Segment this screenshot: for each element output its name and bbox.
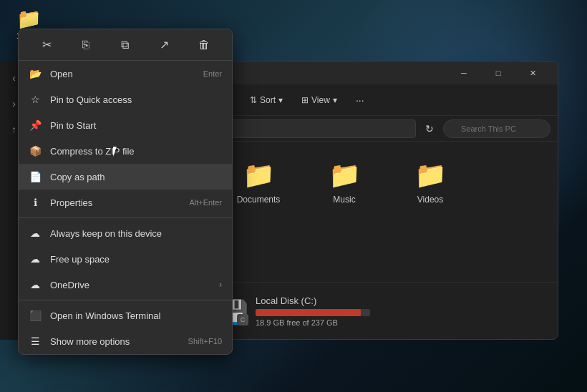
maximize-button[interactable]: □ <box>482 62 515 84</box>
desktop: 📁 12Days ‹ › ↑ Son ~ › ⭐ The ▾ ⭐ Son ~ 📁… <box>0 0 587 392</box>
window-controls: ─ □ ✕ <box>447 62 549 84</box>
explorer-window: ─ □ ✕ 🗑 ⇅ Sort ▾ ⊞ View ▾ ··· ↻ 🔍 <box>208 61 558 340</box>
ctx-cut-button[interactable]: ✂ <box>34 32 59 58</box>
ctx-more-options-icon: ☰ <box>29 335 42 348</box>
ctx-always-keep-item[interactable]: ☁ Always keep on this device <box>19 220 232 246</box>
explorer-main-content: 📁 Documents 📁 Music 📁 Videos <box>208 142 558 282</box>
ctx-onedrive-icon: ☁ <box>29 278 42 291</box>
refresh-button[interactable]: ↻ <box>420 119 439 138</box>
toolbar-sort-btn[interactable]: ⇅ Sort ▾ <box>243 89 290 111</box>
sort-label: Sort <box>260 95 276 105</box>
ctx-pin-quick-label: Pin to Quick access <box>50 94 132 105</box>
toolbar-more-btn[interactable]: ··· <box>349 89 372 111</box>
view-label: View <box>311 95 330 105</box>
folder-videos[interactable]: 📁 Videos <box>394 156 466 209</box>
drive-info: Local Disk (C:) 18.9 GB free of 237 GB <box>256 295 546 327</box>
explorer-body: 📁 Documents 📁 Music 📁 Videos <box>208 142 558 282</box>
ctx-free-space-label: Free up space <box>50 254 110 265</box>
drive-space: 18.9 GB free of 237 GB <box>256 318 546 327</box>
explorer-bottom: 💾 C Local Disk (C:) 18.9 GB free of 237 … <box>208 282 558 339</box>
folder-music-icon: 📁 <box>329 160 361 190</box>
address-input[interactable] <box>215 119 416 138</box>
ctx-copy-path-label: Copy as path <box>50 172 105 182</box>
drive-bar-fill <box>256 309 361 316</box>
ctx-open-label: Open <box>50 69 73 79</box>
ctx-copy-path-item[interactable]: 📄 Copy as path <box>19 164 232 190</box>
folder-documents[interactable]: 📁 Documents <box>223 156 294 209</box>
drive-bar-bg <box>256 309 370 316</box>
search-wrapper: 🔍 <box>443 119 550 138</box>
ctx-compress-label: Compress to ZIP file <box>50 146 135 157</box>
folder-music-label: Music <box>333 195 355 205</box>
ctx-pin-start-label: Pin to Start <box>50 120 96 131</box>
ctx-pin-quick-icon: ☆ <box>29 93 42 106</box>
ctx-compress-item[interactable]: 📦 Compress to ZIP file <box>19 138 232 164</box>
ctx-properties-shortcut: Alt+Enter <box>189 198 222 207</box>
ctx-pin-start-item[interactable]: 📌 Pin to Start <box>19 112 232 138</box>
ctx-free-space-icon: ☁ <box>29 253 42 265</box>
desktop-folder-icon: 📁 <box>16 7 42 31</box>
ctx-more-options-shortcut: Shift+F10 <box>188 337 222 346</box>
close-button[interactable]: ✕ <box>516 62 549 84</box>
ctx-separator-1 <box>19 217 232 218</box>
ctx-always-keep-label: Always keep on this device <box>50 228 162 239</box>
ctx-free-space-item[interactable]: ☁ Free up space <box>19 246 232 272</box>
ctx-more-options-item[interactable]: ☰ Show more options Shift+F10 <box>19 328 232 354</box>
ctx-open-shortcut: Enter <box>203 69 222 78</box>
folder-music[interactable]: 📁 Music <box>309 156 380 209</box>
ctx-open-icon: 📂 <box>29 67 42 80</box>
ctx-always-keep-icon: ☁ <box>29 227 42 240</box>
addressbar: ↻ 🔍 <box>208 116 558 142</box>
toolbar-view-btn[interactable]: ⊞ View ▾ <box>294 89 344 111</box>
ctx-compress-icon: 📦 <box>29 144 42 157</box>
view-chevron-icon: ▾ <box>333 95 337 105</box>
ctx-onedrive-arrow: › <box>219 280 222 290</box>
folder-documents-label: Documents <box>237 195 281 205</box>
ctx-properties-item[interactable]: ℹ Properties Alt+Enter <box>19 190 232 215</box>
titlebar: ─ □ ✕ <box>208 62 558 84</box>
ctx-paste-button[interactable]: ⧉ <box>112 32 138 58</box>
ctx-terminal-item[interactable]: ⬛ Open in Windows Terminal <box>19 303 232 328</box>
sort-icon: ⇅ <box>250 95 257 105</box>
toolbar: 🗑 ⇅ Sort ▾ ⊞ View ▾ ··· <box>208 84 558 116</box>
search-input[interactable] <box>443 119 550 138</box>
ctx-more-options-label: Show more options <box>50 336 130 347</box>
ctx-delete-button[interactable]: 🗑 <box>191 32 217 58</box>
context-menu-toolbar: ✂ ⎘ ⧉ ↗ 🗑 <box>19 29 232 61</box>
ctx-separator-2 <box>19 300 232 300</box>
ctx-pin-quick-item[interactable]: ☆ Pin to Quick access <box>19 87 232 112</box>
ctx-pin-start-icon: 📌 <box>29 119 42 132</box>
sort-chevron-icon: ▾ <box>278 95 283 105</box>
context-menu: ✂ ⎘ ⧉ ↗ 🗑 📂 Open Enter ☆ Pin to Quick ac… <box>18 29 233 355</box>
ctx-terminal-icon: ⬛ <box>29 309 42 322</box>
ctx-properties-icon: ℹ <box>29 196 42 209</box>
minimize-button[interactable]: ─ <box>447 62 480 84</box>
drive-badge: C <box>237 314 248 325</box>
ctx-open-item[interactable]: 📂 Open Enter <box>19 61 232 87</box>
ctx-copy-button[interactable]: ⎘ <box>73 32 99 58</box>
folder-videos-label: Videos <box>417 195 443 205</box>
folder-documents-icon: 📁 <box>243 160 275 190</box>
ctx-share-button[interactable]: ↗ <box>152 32 178 58</box>
folder-videos-icon: 📁 <box>414 160 447 190</box>
ctx-terminal-label: Open in Windows Terminal <box>50 310 160 321</box>
ctx-onedrive-item[interactable]: ☁ OneDrive › <box>19 272 232 298</box>
ctx-onedrive-label: OneDrive <box>50 280 89 290</box>
drive-name: Local Disk (C:) <box>256 295 546 306</box>
ctx-properties-label: Properties <box>50 197 92 208</box>
ctx-copy-path-icon: 📄 <box>29 170 42 183</box>
view-icon: ⊞ <box>301 95 309 105</box>
